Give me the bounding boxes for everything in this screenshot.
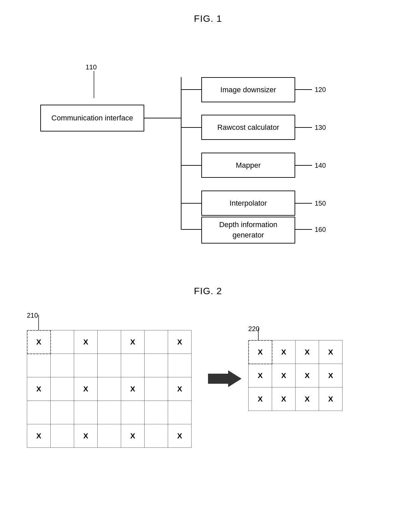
grid-cell: X bbox=[27, 377, 51, 401]
small-grid: X X X X X X X X X X X X bbox=[248, 340, 343, 411]
grid-cell: X bbox=[74, 424, 98, 448]
grid-cell: X bbox=[27, 330, 51, 354]
svg-text:110: 110 bbox=[86, 63, 97, 71]
grid-cell bbox=[51, 330, 74, 354]
grid-cell: X bbox=[296, 364, 319, 387]
grid-cell bbox=[51, 424, 74, 448]
grid-cell: X bbox=[319, 387, 343, 411]
communication-interface-box: Communication interface bbox=[40, 105, 144, 131]
grid-cell bbox=[121, 354, 145, 377]
grid-cell: X bbox=[272, 364, 296, 387]
grid-cell bbox=[168, 354, 192, 377]
rawcost-calculator-box: Rawcost calculator bbox=[201, 115, 295, 140]
grid-cell bbox=[27, 401, 51, 424]
mapper-box: Mapper bbox=[201, 153, 295, 178]
fig1-title: FIG. 1 bbox=[20, 13, 396, 24]
large-grid: X X X X bbox=[27, 330, 192, 448]
depth-info-generator-box: Depth informationgenerator bbox=[201, 217, 295, 244]
grid-cell bbox=[145, 354, 168, 377]
svg-text:150: 150 bbox=[315, 200, 326, 207]
grid-cell: X bbox=[272, 340, 296, 364]
grid-cell: X bbox=[168, 330, 192, 354]
grid-cell: X bbox=[249, 340, 272, 364]
grid-cell bbox=[145, 401, 168, 424]
grid-cell: X bbox=[319, 340, 343, 364]
grid-cell: X bbox=[74, 330, 98, 354]
grid-cell bbox=[145, 377, 168, 401]
grid-cell: X bbox=[249, 387, 272, 411]
grid-cell: X bbox=[319, 364, 343, 387]
grid-cell bbox=[145, 330, 168, 354]
svg-text:120: 120 bbox=[315, 86, 326, 93]
grid-cell bbox=[74, 401, 98, 424]
grid-cell: X bbox=[168, 377, 192, 401]
grid-cell: X bbox=[296, 387, 319, 411]
image-downsizer-box: Image downsizer bbox=[201, 77, 295, 102]
grid-cell bbox=[168, 401, 192, 424]
grid-cell bbox=[51, 377, 74, 401]
grid-cell bbox=[51, 401, 74, 424]
svg-text:140: 140 bbox=[315, 162, 326, 169]
grid-cell: X bbox=[74, 377, 98, 401]
grid-cell bbox=[74, 354, 98, 377]
svg-text:160: 160 bbox=[315, 226, 326, 233]
grid-cell bbox=[27, 354, 51, 377]
svg-marker-20 bbox=[208, 370, 242, 387]
grid-cell bbox=[98, 354, 121, 377]
grid-cell: X bbox=[168, 424, 192, 448]
fig2-title: FIG. 2 bbox=[20, 286, 396, 297]
interpolator-box: Interpolator bbox=[201, 191, 295, 216]
grid-cell: X bbox=[296, 340, 319, 364]
grid-cell bbox=[121, 401, 145, 424]
grid-cell bbox=[98, 330, 121, 354]
grid-cell: X bbox=[272, 387, 296, 411]
grid-cell bbox=[145, 424, 168, 448]
grid-cell bbox=[98, 377, 121, 401]
grid-cell bbox=[98, 424, 121, 448]
grid-cell: X bbox=[121, 377, 145, 401]
grid-cell: X bbox=[249, 364, 272, 387]
grid-cell: X bbox=[27, 424, 51, 448]
grid-cell: X bbox=[121, 424, 145, 448]
svg-text:130: 130 bbox=[315, 124, 326, 131]
grid-cell bbox=[98, 401, 121, 424]
grid-cell bbox=[51, 354, 74, 377]
grid-cell: X bbox=[121, 330, 145, 354]
